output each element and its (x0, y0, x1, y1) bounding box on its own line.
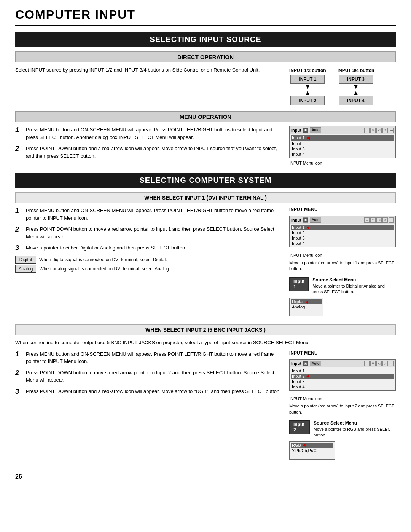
sub2-arrow: ◀ (306, 374, 309, 378)
sub1-step-text-1: Press MENU button and ON-SCREEN MENU wil… (26, 207, 282, 222)
sub2-auto-label: Auto (310, 361, 322, 366)
sub2-menu-item-input3: Input 3 (291, 379, 394, 384)
analog-btn: Analog (15, 265, 36, 273)
sub1-step-num-2: 2 (15, 225, 22, 240)
sub2-frame-icon: ▣ (303, 361, 308, 366)
menu-step-1: 1 Press MENU button and ON-SCREEN MENU w… (15, 126, 282, 141)
sub1-src-arrow: ◀ (305, 300, 308, 304)
sub2-annotation3: Move a pointer to RGB and press SELECT b… (314, 427, 396, 438)
sub2-step-text-2: Press POINT DOWN button to move a red ar… (26, 369, 282, 384)
sub1-source-items: Digital ◀ Analog (290, 298, 323, 316)
arrow-down-1: ▼ (304, 84, 311, 90)
menu-item-input4: Input 4 (291, 152, 394, 157)
sub2-menu-icons: □ ▽ ◁ ▷ — (364, 361, 394, 366)
menu-auto-label: Auto (310, 127, 322, 133)
sub2-step-num-1: 1 (15, 350, 22, 365)
input-diagram: INPUT 1/2 button INPUT 1 ▼ ▲ INPUT 2 INP… (289, 68, 396, 105)
menu-input-label-1: Input (291, 128, 301, 133)
sub1-left: 1 Press MENU button and ON-SCREEN MENU w… (15, 207, 282, 318)
sub1-menu-mockup: Input ▣ Auto □ ▽ ◁ ▷ — Input 1 ◀ Input 2… (289, 216, 396, 247)
selecting-computer-system-section: SELECTING COMPUTER SYSTEM WHEN SELECT IN… (15, 173, 396, 462)
sub1-active-btn: Input 1 (289, 277, 309, 291)
sub2-annotations: INPUT Menu icon Move a pointer (red arro… (289, 396, 396, 415)
menu-title-bar-1: Input ▣ Auto □ ▽ ◁ ▷ — (290, 126, 395, 134)
sub2-menu-input-label: Input (291, 361, 301, 366)
direct-operation-right: INPUT 1/2 button INPUT 1 ▼ ▲ INPUT 2 INP… (289, 66, 396, 105)
sub1-step-1: 1 Press MENU button and ON-SCREEN MENU w… (15, 207, 282, 222)
sub1-menu-input-label: Input (291, 218, 301, 222)
sub1-header: WHEN SELECT INPUT 1 (DVI INPUT TERMINAL … (15, 192, 396, 203)
menu-icons: □ ▽ ◁ ▷ — (364, 128, 394, 133)
input12-label: INPUT 1/2 button (289, 68, 326, 73)
sub2-source-empty (291, 453, 333, 459)
sub2-intro: When connecting to computer output use 5… (15, 339, 396, 347)
sub1-icon-2: ▽ (370, 217, 376, 223)
step-text-2: Press POINT DOWN button and a red-arrow … (26, 145, 282, 160)
sub1-annotation3: Move a pointer to Digital or Analog and … (312, 283, 396, 295)
sub2-step-num-3: 3 (15, 388, 22, 396)
sub1-icon-3: ◁ (376, 217, 382, 223)
step-num-2: 2 (15, 145, 22, 160)
sub1-step-num-3: 3 (15, 244, 22, 252)
section2-header: SELECTING COMPUTER SYSTEM (15, 173, 396, 188)
sub1-menu-items-list: Input 1 ◀ Input 2 Input 3 Input 4 (290, 224, 395, 247)
page-title: COMPUTER INPUT (15, 8, 396, 26)
sub2-menu-icon-annotation: INPUT Menu icon (289, 396, 396, 402)
sub1-menu-item-input3: Input 3 (291, 235, 394, 241)
sub2-menu-mockup: Input ▣ Auto □ ▽ ◁ ▷ — Input 1 Input 2 ◀… (289, 359, 396, 391)
input3-btn: INPUT 3 (339, 75, 373, 84)
menu-operation-right: Input ▣ Auto □ ▽ ◁ ▷ — Input 1 ◀ I (289, 126, 396, 166)
direct-operation-header: DIRECT OPERATION (15, 51, 396, 62)
menu-icon-1: □ (364, 128, 370, 133)
menu-step-2: 2 Press POINT DOWN button and a red-arro… (15, 145, 282, 160)
sub1-source-digital: Digital ◀ (291, 299, 322, 304)
sub1-menu-item-input1: Input 1 ◀ (291, 225, 394, 230)
sub2-menu-item-input2: Input 2 ◀ (291, 374, 394, 379)
menu-frame-icon: ▣ (303, 128, 308, 133)
sub2-step-1: 1 Press MENU button and ON-SCREEN MENU w… (15, 350, 282, 365)
sub1-content: 1 Press MENU button and ON-SCREEN MENU w… (15, 207, 396, 318)
sub2-left: 1 Press MENU button and ON-SCREEN MENU w… (15, 350, 282, 462)
sub2-step-text-3: Press POINT DOWN button and a red-arrow … (26, 388, 281, 396)
sub2-source-ypb: Y,Pb/Cb,Pr/Cr (291, 448, 333, 453)
sub1-right: INPUT MENU Input ▣ Auto □ ▽ ◁ ▷ — Inp (289, 207, 396, 318)
menu-arrow-left: ◀ (306, 135, 310, 141)
sub1-frame-icon: ▣ (303, 217, 308, 223)
menu-item-input3: Input 3 (291, 146, 394, 152)
sub2-source-select-label: Source Select Menu (314, 420, 396, 426)
menu-operation-header: MENU OPERATION (15, 111, 396, 122)
sub2-active-btn: Input 2 (289, 420, 310, 434)
input-menu-mockup-1: Input ▣ Auto □ ▽ ◁ ▷ — Input 1 ◀ I (289, 126, 396, 158)
sub1-source-select-label: Source Select Menu (312, 277, 396, 283)
arrow-up-2: ▲ (353, 90, 359, 96)
menu-item-input2: Input 2 (291, 141, 394, 146)
sub2-right: INPUT MENU Input ▣ Auto □ ▽ ◁ ▷ — Inp (289, 350, 396, 462)
sub1-source-analog: Analog (291, 304, 322, 310)
sub1-icon-5: — (389, 217, 394, 223)
sub2-icon-5: — (389, 361, 394, 366)
sub1-arrow: ◀ (306, 225, 309, 230)
sub1-step-num-1: 1 (15, 207, 22, 222)
sub1-menu-item-input4: Input 4 (291, 241, 394, 246)
section1-header: SELECTING INPUT SOURCE (15, 32, 396, 47)
step-num-1: 1 (15, 126, 22, 141)
input4-btn: INPUT 4 (339, 96, 373, 105)
menu-operation-left: 1 Press MENU button and ON-SCREEN MENU w… (15, 126, 282, 166)
digital-btn: Digital (15, 256, 36, 264)
sub1-source-select-area: Source Select Menu Move a pointer to Dig… (312, 276, 396, 295)
sub1-menu-icons: □ ▽ ◁ ▷ — (364, 217, 394, 223)
sub2-icon-2: ▽ (370, 361, 376, 366)
sub1-source-select-box: Digital ◀ Analog (289, 298, 323, 316)
sub2-step-2: 2 Press POINT DOWN button to move a red … (15, 369, 282, 384)
sub1-menu-icon-annotation: INPUT Menu icon (289, 252, 396, 258)
sub2-annotation2: Move a pointer (red arrow) to Input 2 an… (289, 403, 396, 415)
sub1-active-area: Input 1 (289, 276, 309, 292)
sub2-menu-items-list: Input 1 Input 2 ◀ Input 3 Input 4 (290, 367, 395, 390)
sub1-input-menu-label: INPUT MENU (289, 207, 396, 212)
page-number: 26 (15, 473, 22, 480)
arrow-down-2: ▼ (353, 84, 359, 90)
input1-btn: INPUT 1 (290, 75, 325, 84)
sub2-menu-item-input1: Input 1 (291, 368, 394, 374)
sub2-src-arrow: ◀ (303, 443, 306, 447)
sub2-step-text-1: Press MENU button and ON-SCREEN MENU wil… (26, 350, 282, 365)
